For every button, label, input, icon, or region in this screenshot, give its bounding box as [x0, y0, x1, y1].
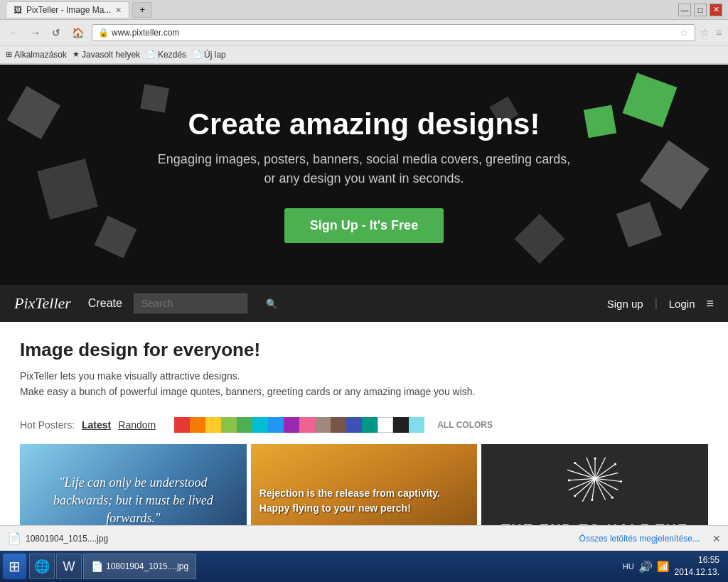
- search-box[interactable]: 🔍: [134, 293, 247, 313]
- color-swatch[interactable]: [409, 417, 424, 433]
- page-icon: 📄: [146, 50, 156, 59]
- hamburger-menu-icon[interactable]: ≡: [706, 296, 714, 311]
- color-swatch[interactable]: [252, 417, 268, 433]
- page-title: Image design for everyone!: [20, 339, 708, 361]
- speaker-icon[interactable]: 🔊: [638, 560, 653, 573]
- firework-svg: [552, 453, 638, 510]
- taskbar-item-label: 10801904_1015....jpg: [106, 561, 188, 571]
- svg-line-4: [595, 478, 612, 497]
- svg-line-12: [595, 478, 618, 490]
- nav-right-area: Sign up | Login ≡: [607, 296, 714, 311]
- forward-button[interactable]: →: [27, 26, 44, 40]
- taskbar-items: 🌐 W 📄 10801904_1015....jpg: [29, 554, 196, 579]
- taskbar-download-item[interactable]: 📄 10801904_1015....jpg: [83, 554, 196, 579]
- hot-posters-bar: Hot Posters: Latest Random ALL COLORS: [20, 417, 708, 433]
- url-text: www.pixteller.com: [112, 28, 680, 38]
- search-icon: 🔍: [266, 298, 277, 309]
- newtab-icon: 📄: [192, 50, 202, 59]
- maximize-button[interactable]: □: [694, 4, 707, 16]
- minimize-button[interactable]: —: [678, 4, 691, 16]
- signup-nav-link[interactable]: Sign up: [607, 298, 643, 310]
- hero-signup-button[interactable]: Sign Up - It's Free: [284, 208, 444, 243]
- start-button[interactable]: ⊞: [3, 554, 26, 579]
- clock: 16:55 2014.12.13.: [675, 554, 719, 578]
- reload-button[interactable]: ↺: [48, 26, 64, 40]
- svg-point-24: [574, 462, 576, 464]
- browser-menu-icon[interactable]: ≡: [716, 26, 722, 38]
- download-bar: 📄 10801904_1015....jpg Összes letöltés m…: [0, 525, 728, 551]
- color-swatch[interactable]: [237, 417, 252, 433]
- home-button[interactable]: 🏠: [68, 26, 87, 40]
- filter-random-link[interactable]: Random: [118, 419, 156, 431]
- create-nav-link[interactable]: Create: [88, 297, 122, 310]
- chrome-icon: 🌐: [34, 559, 50, 574]
- star-bookmark-icon: ★: [73, 50, 80, 59]
- hero-title: Create amazing designs!: [158, 107, 570, 141]
- search-input[interactable]: [141, 298, 266, 309]
- bookmark-start-label: Kezdés: [158, 50, 186, 60]
- color-swatch[interactable]: [378, 417, 393, 433]
- download-item: 📄 10801904_1015....jpg: [7, 532, 108, 545]
- language-indicator[interactable]: HU: [623, 562, 634, 571]
- login-nav-link[interactable]: Login: [669, 298, 695, 310]
- taskbar: ⊞ 🌐 W 📄 10801904_1015....jpg HU 🔊 📶 16:5…: [0, 551, 728, 582]
- close-button[interactable]: ✕: [710, 4, 722, 16]
- bookmark-suggested-label: Javasolt helyek: [82, 50, 140, 60]
- tab-close-button[interactable]: ✕: [115, 6, 122, 15]
- clock-date: 2014.12.13.: [675, 566, 719, 578]
- back-button[interactable]: ←: [6, 26, 23, 40]
- taskbar-chrome-icon[interactable]: 🌐: [29, 554, 55, 579]
- hero-subtitle-line1: Engaging images, posters, banners, socia…: [158, 152, 570, 166]
- url-bar[interactable]: 🔒 www.pixteller.com ☆: [92, 24, 695, 41]
- svg-point-18: [614, 463, 616, 465]
- hero-content: Create amazing designs! Engaging images,…: [158, 107, 570, 243]
- nav-divider: |: [655, 297, 658, 310]
- color-swatch[interactable]: [284, 417, 299, 433]
- color-swatch[interactable]: [174, 417, 190, 433]
- svg-point-21: [591, 499, 593, 501]
- tab-title: PixTeller - Image Ma...: [26, 5, 111, 15]
- file-icon: 📄: [91, 561, 103, 572]
- filter-latest-link[interactable]: Latest: [82, 419, 111, 431]
- svg-point-23: [568, 479, 570, 481]
- new-tab-button[interactable]: +: [132, 2, 152, 18]
- page-desc-line1: PixTeller lets you make visually attract…: [20, 370, 240, 382]
- site-logo[interactable]: PixTeller: [14, 294, 71, 313]
- network-icon[interactable]: 📶: [657, 561, 669, 572]
- bookmark-newtab[interactable]: 📄 Új lap: [192, 50, 226, 60]
- download-bar-close-button[interactable]: ✕: [712, 533, 721, 544]
- color-swatch[interactable]: [205, 417, 221, 433]
- download-filename: 10801904_1015....jpg: [26, 534, 108, 544]
- color-swatch[interactable]: [190, 417, 205, 433]
- window-controls: — □ ✕: [678, 4, 722, 16]
- color-swatch[interactable]: [362, 417, 378, 433]
- color-swatch[interactable]: [393, 417, 409, 433]
- windows-logo-icon: ⊞: [9, 558, 21, 575]
- color-swatch[interactable]: [331, 417, 346, 433]
- bookmark-apps[interactable]: ⊞ Alkalmazások: [6, 50, 67, 60]
- color-swatch[interactable]: [315, 417, 331, 433]
- extensions-icon[interactable]: ☆: [700, 26, 709, 39]
- address-bar-area: ← → ↺ 🏠 🔒 www.pixteller.com ☆ ☆ ≡: [0, 20, 728, 45]
- deco-shape-2: [584, 105, 616, 138]
- system-tray: HU 🔊 📶: [623, 560, 669, 573]
- page-desc-line2: Make easy a bunch of powerful image quot…: [20, 386, 475, 397]
- browser-tab[interactable]: 🖼 PixTeller - Image Ma... ✕: [6, 1, 129, 18]
- all-colors-link[interactable]: ALL COLORS: [437, 420, 493, 430]
- taskbar-word-icon[interactable]: W: [56, 554, 82, 579]
- bookmark-apps-label: Alkalmazások: [14, 50, 67, 60]
- svg-point-17: [594, 457, 596, 459]
- color-swatch[interactable]: [299, 417, 315, 433]
- svg-line-16: [567, 470, 595, 478]
- color-swatch[interactable]: [268, 417, 284, 433]
- bookmark-start[interactable]: 📄 Kezdés: [146, 50, 186, 60]
- main-content: Image design for everyone! PixTeller let…: [0, 322, 728, 558]
- color-swatch[interactable]: [221, 417, 237, 433]
- svg-line-13: [595, 478, 606, 500]
- hot-posters-label: Hot Posters:: [20, 419, 75, 431]
- color-swatch[interactable]: [346, 417, 362, 433]
- bookmark-suggested[interactable]: ★ Javasolt helyek: [73, 50, 140, 60]
- view-all-downloads-link[interactable]: Összes letöltés megjelenítése...: [579, 534, 700, 544]
- bookmark-star-icon[interactable]: ☆: [680, 27, 689, 38]
- hero-subtitle-line2: or any design you want in seconds.: [264, 171, 464, 185]
